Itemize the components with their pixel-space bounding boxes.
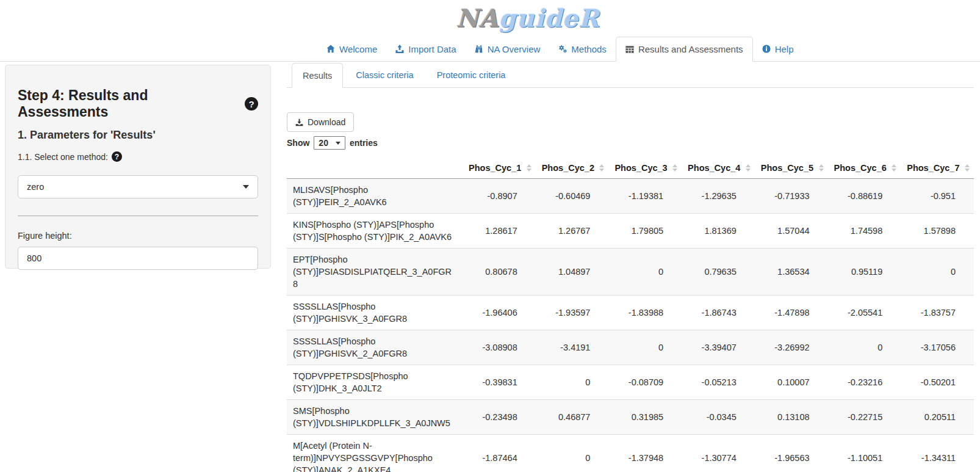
table-row: TQDPVPPETPSDS[Phospho (STY)]DHK_3_A0JLT2… — [287, 365, 974, 400]
app-header: NAguideR — [38, 0, 980, 37]
nav-tab-results-and-assessments[interactable]: Results and Assessments — [616, 37, 753, 62]
value-cell: -0.23216 — [828, 365, 901, 400]
column-header-phos_cyc_3[interactable]: Phos_Cyc_3 — [608, 157, 682, 179]
row-name-cell: SSSSLLAS[Phospho (STY)]PGHISVK_3_A0FGR8 — [287, 296, 463, 330]
tab-results[interactable]: Results — [292, 63, 343, 88]
row-name-cell: SSSSLLAS[Phospho (STY)]PGHISVK_2_A0FGR8 — [287, 330, 463, 365]
value-cell: -1.19381 — [608, 179, 682, 214]
value-cell: -0.71933 — [755, 179, 828, 214]
value-cell: 1.28617 — [463, 214, 536, 249]
value-cell: 0 — [608, 249, 682, 296]
parameters-sidebar: Step 4: Results and Assessments ? 1. Par… — [5, 65, 271, 269]
column-header-phos_cyc_5[interactable]: Phos_Cyc_5 — [755, 157, 828, 179]
step-title: Step 4: Results and Assessments ? — [18, 87, 258, 120]
value-cell: -1.87464 — [463, 435, 536, 472]
method-select-label: 1.1. Select one method: ? — [18, 151, 258, 162]
question-circle-icon[interactable]: ? — [245, 97, 258, 111]
value-cell: -1.83988 — [608, 296, 682, 330]
row-name-column-header — [287, 157, 463, 179]
nav-tab-na-overview[interactable]: NA Overview — [466, 37, 550, 61]
tab-classic-criteria[interactable]: Classic criteria — [345, 63, 423, 87]
column-header-label: Phos_Cyc_5 — [761, 163, 813, 173]
table-icon — [625, 45, 634, 54]
page-length-select[interactable]: 20 — [314, 136, 345, 150]
nav-tab-label: Results and Assessments — [638, 44, 743, 54]
column-header-phos_cyc_7[interactable]: Phos_Cyc_7 — [901, 157, 974, 179]
nav-tab-import-data[interactable]: Import Data — [386, 37, 465, 61]
home-icon — [326, 45, 335, 53]
value-cell: -1.93597 — [536, 296, 609, 330]
table-header-row: Phos_Cyc_1Phos_Cyc_2Phos_Cyc_3Phos_Cyc_4… — [287, 157, 974, 179]
gears-icon — [558, 45, 567, 53]
value-cell: 0.95119 — [828, 249, 901, 296]
value-cell: -2.05541 — [828, 296, 901, 330]
sort-arrows-icon[interactable] — [527, 164, 531, 172]
chevron-down-icon — [336, 142, 340, 145]
value-cell: -1.83757 — [901, 296, 974, 330]
sort-arrows-icon[interactable] — [892, 164, 896, 172]
column-header-label: Phos_Cyc_4 — [688, 163, 740, 173]
table-row: MLISAVS[Phospho (STY)]PEIR_2_A0AVK6-0.89… — [287, 179, 974, 214]
value-cell: -1.29635 — [682, 179, 755, 214]
table-row: SSSSLLAS[Phospho (STY)]PGHISVK_2_A0FGR8-… — [287, 330, 974, 365]
value-cell: 0 — [828, 330, 901, 365]
sort-arrows-icon[interactable] — [672, 164, 677, 172]
nav-tab-help[interactable]: Help — [753, 37, 803, 61]
question-circle-icon[interactable]: ? — [112, 151, 122, 162]
sort-arrows-icon[interactable] — [746, 164, 751, 172]
value-cell: -0.88619 — [828, 179, 901, 214]
step-title-text: Step 4: Results and Assessments — [18, 87, 240, 120]
value-cell: 0.80678 — [463, 249, 536, 296]
value-cell: -0.60469 — [536, 179, 609, 214]
column-header-phos_cyc_2[interactable]: Phos_Cyc_2 — [536, 157, 609, 179]
info-circle-icon — [762, 45, 771, 53]
sort-arrows-icon[interactable] — [819, 164, 824, 172]
value-cell: 1.26767 — [536, 214, 609, 249]
value-cell: 0.31985 — [608, 400, 682, 435]
value-cell: -0.23498 — [463, 400, 536, 435]
tab-proteomic-criteria[interactable]: Proteomic criteria — [427, 63, 516, 87]
logo-na: NA — [456, 4, 499, 32]
chevron-down-icon — [243, 185, 249, 189]
value-cell: 1.74598 — [828, 214, 901, 249]
value-cell: -3.39407 — [682, 330, 755, 365]
value-cell: 1.81369 — [682, 214, 755, 249]
value-cell: 1.79805 — [608, 214, 682, 249]
method-label-text: 1.1. Select one method: — [18, 152, 108, 162]
value-cell: 1.57044 — [755, 214, 828, 249]
value-cell: -1.86743 — [682, 296, 755, 330]
table-row: KINS[Phospho (STY)]APS[Phospho (STY)]S[P… — [287, 214, 974, 249]
page-length-value: 20 — [319, 138, 328, 148]
column-header-phos_cyc_6[interactable]: Phos_Cyc_6 — [828, 157, 901, 179]
figure-height-input[interactable] — [18, 247, 258, 270]
results-tabset: Results Classic criteria Proteomic crite… — [287, 63, 974, 88]
value-cell: 0.13108 — [755, 400, 828, 435]
table-row: SSSSLLAS[Phospho (STY)]PGHISVK_3_A0FGR8-… — [287, 296, 974, 330]
nav-tab-label: Help — [775, 44, 794, 54]
row-name-cell: TQDPVPPETPSDS[Phospho (STY)]DHK_3_A0JLT2 — [287, 365, 463, 400]
sort-arrows-icon[interactable] — [965, 164, 970, 172]
value-cell: 0.20511 — [901, 400, 974, 435]
value-cell: -3.17056 — [901, 330, 974, 365]
show-label: Show — [287, 138, 309, 148]
method-select[interactable]: zero — [18, 175, 258, 198]
entries-label: entries — [350, 138, 378, 148]
value-cell: 0.10007 — [755, 365, 828, 400]
upload-icon — [395, 45, 404, 53]
parameters-subtitle: 1. Parameters for 'Results' — [18, 129, 258, 142]
column-header-phos_cyc_1[interactable]: Phos_Cyc_1 — [463, 157, 536, 179]
value-cell: -1.96406 — [463, 296, 536, 330]
value-cell: -0.8907 — [463, 179, 536, 214]
nav-tab-welcome[interactable]: Welcome — [317, 37, 386, 61]
column-header-label: Phos_Cyc_7 — [907, 163, 959, 173]
value-cell: -1.47898 — [755, 296, 828, 330]
results-table: Phos_Cyc_1Phos_Cyc_2Phos_Cyc_3Phos_Cyc_4… — [287, 157, 974, 472]
value-cell: 1.36534 — [755, 249, 828, 296]
column-header-phos_cyc_4[interactable]: Phos_Cyc_4 — [682, 157, 755, 179]
nav-tab-methods[interactable]: Methods — [549, 37, 616, 61]
download-button[interactable]: Download — [287, 112, 354, 132]
sort-arrows-icon[interactable] — [599, 164, 604, 172]
value-cell: -3.08908 — [463, 330, 536, 365]
value-cell: -3.4191 — [536, 330, 609, 365]
table-row: M[Acetyl (Protein N-term)]NPVYSPGSSGVPY[… — [287, 435, 974, 472]
